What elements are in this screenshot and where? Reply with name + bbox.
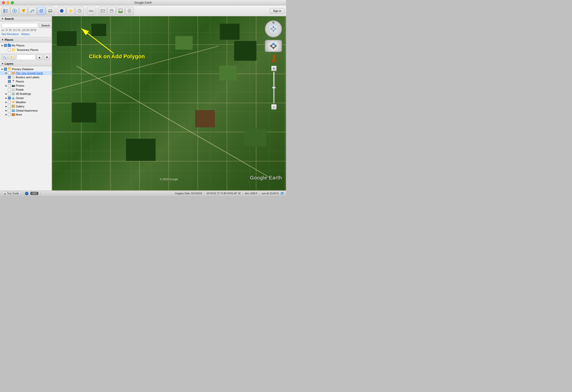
- layer-places[interactable]: ✓ 📍 Places: [0, 79, 52, 83]
- layer-new-google-earth[interactable]: ▶ The new Google Earth: [0, 71, 52, 75]
- ga-checkbox[interactable]: [8, 105, 11, 108]
- layer-borders-labels[interactable]: ✓ 🏷️ Borders and Labels: [0, 75, 52, 79]
- search-input[interactable]: [1, 23, 38, 28]
- toolbar-sep-1: [56, 7, 56, 14]
- zoom-in-button[interactable]: +: [271, 66, 277, 71]
- add-path-button[interactable]: +: [28, 7, 37, 15]
- layer-gallery[interactable]: ▶ 🖼️ Gallery: [0, 104, 52, 108]
- my-places-folder-icon: [8, 44, 11, 47]
- places-section-header[interactable]: ▼ Places: [0, 37, 52, 42]
- layer-primary-database[interactable]: ▶ 🗂️ Primary Database: [0, 67, 52, 71]
- close-button[interactable]: [2, 1, 5, 4]
- year-badge: 1991: [30, 192, 38, 195]
- zoom-track[interactable]: [273, 72, 275, 104]
- search-section-label: Search: [5, 17, 14, 20]
- layer-ocean[interactable]: ▶ ✓ 🌊 Ocean: [0, 96, 52, 100]
- save-image-button[interactable]: [116, 7, 125, 15]
- svg-marker-42: [272, 30, 274, 32]
- svg-rect-32: [111, 11, 113, 12]
- ph-label: Photos: [16, 84, 24, 87]
- my-places-arrow: ▶: [1, 44, 4, 47]
- we-label: Weather: [16, 101, 26, 104]
- pd-checkbox[interactable]: [4, 68, 7, 71]
- search-section-header[interactable]: ▼ Search: [0, 16, 52, 21]
- mo-arrow: ▶: [5, 113, 8, 116]
- nge-label[interactable]: The new Google Earth: [16, 72, 43, 75]
- my-places-checkbox[interactable]: ✓: [4, 44, 7, 47]
- history-link[interactable]: History: [21, 33, 30, 36]
- status-sep-4: [243, 192, 243, 195]
- compass-pan-arrows[interactable]: [268, 24, 279, 34]
- imagery-date: Imagery Date: 8/14/2015: [175, 192, 202, 195]
- my-places-item[interactable]: ▶ ✓ My Places: [0, 43, 52, 47]
- email-button[interactable]: [99, 7, 107, 15]
- folder-name-input[interactable]: [16, 55, 35, 60]
- add-polygon-button[interactable]: +: [37, 7, 45, 15]
- we-arrow: ▶: [5, 101, 8, 103]
- layers-list: ▶ 🗂️ Primary Database ▶ The new Google E…: [0, 66, 52, 117]
- add-placemark-button[interactable]: +: [19, 7, 28, 15]
- sun-button[interactable]: [66, 7, 75, 15]
- layer-3d-buildings[interactable]: ▶ 🏢 3D Buildings: [0, 92, 52, 96]
- 3d-arrow: ▶: [5, 93, 8, 95]
- map-area[interactable]: Click on Add Polygon © 2016 Google Googl…: [52, 16, 286, 191]
- svg-rect-31: [111, 9, 113, 11]
- minimize-button[interactable]: [6, 1, 9, 4]
- svg-rect-52: [272, 60, 273, 63]
- historical-button[interactable]: [75, 7, 84, 15]
- mo-checkbox[interactable]: [8, 113, 11, 116]
- eye-alt: eye alt 31429 ft: [262, 192, 279, 195]
- nav-compass[interactable]: N: [265, 20, 282, 38]
- maximize-button[interactable]: [11, 1, 14, 4]
- zoom-handle[interactable]: [272, 87, 276, 89]
- layer-roads[interactable]: Roads: [0, 88, 52, 92]
- layer-more[interactable]: ▶ More: [0, 113, 52, 117]
- layers-section-header[interactable]: ▼ Layers: [0, 61, 52, 66]
- earth-view-button[interactable]: [58, 7, 66, 15]
- layer-weather[interactable]: ▶ ☀️ Weather: [0, 100, 52, 104]
- svg-text:+: +: [33, 9, 34, 11]
- signin-button[interactable]: Sign in: [270, 8, 285, 14]
- nav-pan-control[interactable]: [265, 40, 282, 52]
- gaw-checkbox[interactable]: [8, 109, 11, 112]
- print-button[interactable]: [107, 7, 116, 15]
- compass-ring[interactable]: N: [265, 20, 282, 38]
- ruler-button[interactable]: [87, 7, 95, 15]
- tour-guide-button[interactable]: ▲ Tour Guide: [2, 192, 21, 195]
- we-checkbox[interactable]: [8, 101, 11, 104]
- pd-icon: 🗂️: [8, 67, 11, 71]
- pan-ring[interactable]: [265, 40, 282, 52]
- sidebar-toggle-button[interactable]: [1, 7, 10, 15]
- nge-checkbox[interactable]: [8, 72, 11, 75]
- tour-button[interactable]: [10, 7, 19, 15]
- search-button[interactable]: Search: [39, 23, 52, 28]
- svg-point-36: [129, 10, 130, 11]
- move-down-button[interactable]: ▼: [44, 55, 50, 60]
- temp-places-checkbox[interactable]: [8, 48, 11, 51]
- layers-triangle-icon: ▼: [1, 62, 4, 65]
- ph-checkbox[interactable]: [8, 84, 11, 87]
- rd-checkbox[interactable]: [8, 88, 11, 91]
- oc-checkbox[interactable]: ✓: [8, 97, 11, 99]
- add-folder-button[interactable]: 📁: [9, 55, 15, 60]
- 3d-checkbox[interactable]: [8, 92, 11, 95]
- pd-arrow: ▶: [1, 68, 4, 70]
- temporary-places-item[interactable]: 📁 Temporary Places: [0, 47, 52, 52]
- pl-checkbox[interactable]: ✓: [8, 80, 11, 83]
- bl-checkbox[interactable]: ✓: [8, 76, 11, 79]
- titlebar: Google Earth: [0, 0, 286, 5]
- pegman-icon[interactable]: [271, 55, 277, 65]
- get-directions-link[interactable]: Get Directions: [1, 33, 19, 36]
- svg-point-45: [272, 28, 274, 30]
- oc-icon: 🌊: [12, 96, 15, 99]
- add-overlay-button[interactable]: +: [46, 7, 54, 15]
- layer-global-awareness[interactable]: ▶ 🌍 Global Awareness: [0, 108, 52, 113]
- status-sep-1: [23, 192, 23, 195]
- search-places-button[interactable]: 🔍: [1, 55, 8, 60]
- sidebar-toolbar: 🔍 📁 ▲ ▼: [0, 54, 52, 61]
- toolbar-sep-3: [97, 7, 97, 14]
- zoom-out-button[interactable]: −: [271, 104, 277, 110]
- layer-photos[interactable]: ▶ 📷 Photos: [0, 83, 52, 88]
- move-up-button[interactable]: ▲: [36, 55, 43, 60]
- map-options-button[interactable]: [125, 7, 134, 15]
